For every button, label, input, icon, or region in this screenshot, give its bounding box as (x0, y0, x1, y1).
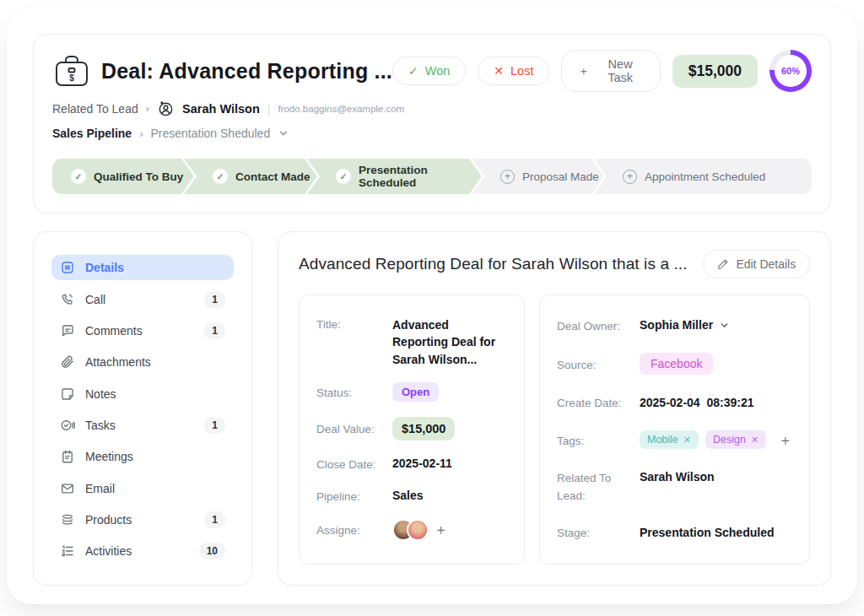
deal-owner-value: Sophia Miller (640, 316, 713, 333)
create-date-value: 2025-02-04 08:39:21 (640, 394, 753, 411)
won-button[interactable]: ✓ Won (392, 57, 466, 85)
tags-list: Mobile ✕ Design ✕ ＋ (640, 430, 792, 450)
edit-details-button[interactable]: Edit Details (703, 250, 810, 278)
stage-contact-made[interactable]: ✓ Contact Made (184, 159, 317, 194)
comment-icon (60, 323, 75, 338)
chevron-right-icon: › (146, 102, 149, 115)
stage-proposal-made[interactable]: + Proposal Made (472, 159, 604, 194)
sidebar-item-email[interactable]: Email (51, 476, 234, 500)
deal-owner-dropdown[interactable]: Sophia Miller (640, 316, 730, 333)
assignee-avatars: ＋ (392, 519, 448, 541)
sidebar-item-label: Attachments (85, 355, 151, 369)
task-check-icon (60, 418, 75, 433)
status-badge: Open (392, 382, 439, 402)
meeting-icon (60, 449, 75, 464)
tag-chip: Design ✕ (705, 430, 766, 449)
detail-sidebar: Details Call 1 Comments 1 Attachments No… (33, 231, 252, 586)
sidebar-item-tasks[interactable]: Tasks 1 (51, 413, 234, 437)
divider: | (267, 102, 271, 116)
pipeline-label: Pipeline: (316, 489, 392, 503)
stage-qualified-to-buy[interactable]: ✓ Qualified To Buy (52, 159, 194, 194)
paperclip-icon (60, 354, 75, 370)
app-container: $ Deal: Advanced Reporting ... ✓ Won ✕ L… (7, 7, 857, 604)
sidebar-item-products[interactable]: Products 1 (51, 507, 234, 532)
sidebar-item-label: Activities (85, 544, 132, 558)
add-assignee-button[interactable]: ＋ (434, 520, 448, 539)
stage-label: Proposal Made (522, 170, 599, 183)
plus-icon: ＋ (577, 65, 589, 77)
check-icon: ✓ (408, 65, 418, 77)
sidebar-item-details[interactable]: Details (51, 255, 234, 280)
count-badge: 1 (204, 322, 225, 339)
lost-label: Lost (510, 64, 533, 78)
new-task-label: New Task (596, 57, 644, 84)
tag-label: Design (713, 434, 746, 446)
chevron-down-icon[interactable] (278, 127, 289, 139)
deal-detail-title: Advanced Reporting Deal for Sarah Wilson… (299, 255, 688, 273)
sidebar-item-attachments[interactable]: Attachments (51, 350, 234, 375)
progress-ring: 60% (770, 50, 812, 92)
related-to-lead-value: Sarah Wilson (640, 468, 715, 485)
lead-email: frodo.baggins@example.com (278, 104, 404, 114)
source-label: Source: (557, 357, 640, 371)
close-date-value: 2025-02-11 (392, 455, 452, 472)
sidebar-item-notes[interactable]: Notes (51, 381, 234, 406)
sidebar-item-label: Products (85, 513, 132, 527)
lost-button[interactable]: ✕ Lost (478, 57, 549, 85)
chevron-down-icon (719, 320, 730, 331)
stage-value: Presentation Scheduled (640, 524, 774, 541)
stage-presentation-scheduled[interactable]: ✓ Presentation Scheduled (307, 159, 482, 194)
related-to-lead-label: Related To Lead (52, 102, 138, 116)
deal-header-card: $ Deal: Advanced Reporting ... ✓ Won ✕ L… (33, 34, 831, 213)
create-date: 2025-02-04 (640, 396, 700, 409)
check-circle-icon: ✓ (213, 169, 228, 184)
svg-text:$: $ (69, 73, 74, 83)
plus-circle-icon: + (500, 170, 515, 184)
won-label: Won (425, 64, 451, 78)
sidebar-item-label: Meetings (85, 450, 133, 463)
create-time: 08:39:21 (706, 396, 753, 409)
create-date-label: Create Date: (557, 395, 640, 409)
sidebar-item-call[interactable]: Call 1 (51, 287, 234, 311)
lead-icon (157, 100, 175, 117)
sidebar-item-label: Notes (85, 387, 116, 401)
sidebar-item-label: Email (85, 482, 115, 495)
pencil-icon (717, 258, 729, 270)
pipeline-breadcrumb: Sales Pipeline › Presentation Sheduled (52, 127, 812, 140)
lead-name-link[interactable]: Sarah Wilson (182, 102, 260, 116)
pipeline-value: Sales (392, 487, 424, 504)
tags-label: Tags: (557, 433, 640, 447)
add-tag-button[interactable]: ＋ (778, 430, 792, 450)
chevron-right-icon: › (139, 127, 143, 140)
count-badge: 1 (204, 291, 225, 308)
sidebar-item-meetings[interactable]: Meetings (51, 445, 234, 469)
phone-icon (60, 292, 75, 307)
stage-label: Appointment Scheduled (645, 170, 765, 183)
tag-label: Mobile (647, 434, 678, 446)
check-circle-icon: ✓ (71, 169, 86, 184)
new-task-button[interactable]: ＋ New Task (561, 50, 660, 92)
count-badge: 1 (204, 417, 225, 434)
stage-label: Contact Made (235, 170, 310, 183)
stage-label: Presentation Scheduled (359, 164, 482, 189)
sidebar-item-comments[interactable]: Comments 1 (51, 319, 234, 343)
remove-tag-icon[interactable]: ✕ (751, 435, 759, 446)
title-value: Advanced Reporting Deal for Sarah Wilson… (392, 316, 507, 368)
progress-percent: 60% (775, 55, 807, 87)
briefcase-dollar-icon: $ (52, 53, 91, 89)
sidebar-item-activities[interactable]: Activities 10 (51, 539, 234, 564)
check-circle-icon: ✓ (336, 169, 351, 184)
plus-circle-icon: + (623, 170, 637, 184)
pipeline-stage-bar: ✓ Qualified To Buy ✓ Contact Made ✓ Pres… (52, 159, 812, 194)
stage-appointment-scheduled[interactable]: + Appointment Scheduled (594, 159, 812, 194)
page-title: Deal: Advanced Reporting ... (101, 59, 392, 84)
sidebar-item-label: Comments (85, 324, 143, 338)
activities-list-icon (60, 543, 75, 559)
tag-chip: Mobile ✕ (640, 430, 699, 449)
remove-tag-icon[interactable]: ✕ (683, 435, 691, 446)
title-label: Title: (316, 316, 392, 331)
edit-details-label: Edit Details (736, 257, 796, 271)
stage-dropdown-value[interactable]: Presentation Sheduled (151, 127, 271, 140)
details-icon (60, 260, 75, 275)
close-date-label: Close Date: (316, 457, 392, 471)
